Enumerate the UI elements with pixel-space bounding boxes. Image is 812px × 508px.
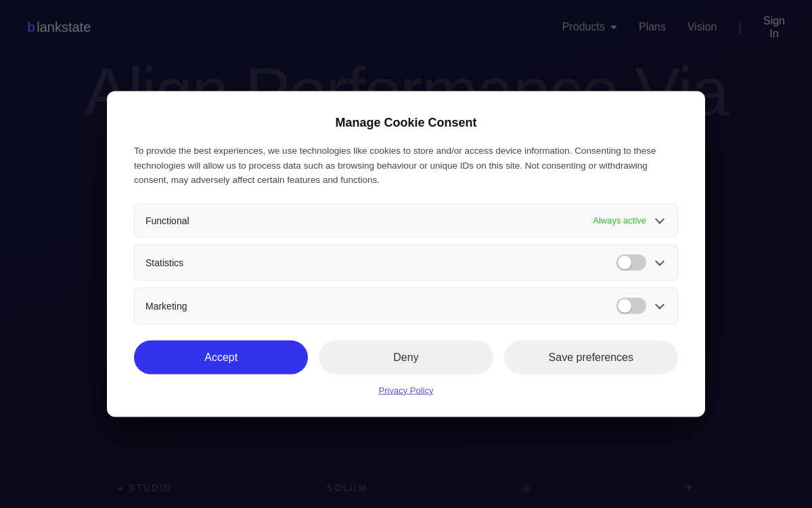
marketing-right [616,297,667,314]
cookie-consent-modal: Manage Cookie Consent To provide the bes… [107,91,705,417]
statistics-toggle[interactable] [616,254,646,270]
marketing-label: Marketing [145,300,187,311]
functional-right: Always active [593,213,667,227]
always-active-text: Always active [593,215,646,226]
consent-row-functional[interactable]: Functional Always active [134,203,678,237]
accept-button[interactable]: Accept [134,340,308,374]
statistics-label: Statistics [145,257,183,268]
statistics-right [616,254,667,270]
modal-buttons: Accept Deny Save preferences [134,340,678,374]
consent-row-statistics[interactable]: Statistics [134,244,678,280]
functional-chevron-icon[interactable] [653,213,667,227]
deny-button[interactable]: Deny [319,340,493,374]
save-preferences-button[interactable]: Save preferences [504,340,678,374]
statistics-chevron-icon[interactable] [653,255,667,269]
marketing-toggle[interactable] [616,297,646,314]
modal-description: To provide the best experiences, we use … [134,144,678,188]
privacy-policy-link[interactable]: Privacy Policy [134,385,678,395]
functional-label: Functional [145,215,189,226]
modal-title: Manage Cookie Consent [134,116,678,130]
consent-row-marketing[interactable]: Marketing [134,287,678,324]
marketing-chevron-icon[interactable] [653,299,667,312]
